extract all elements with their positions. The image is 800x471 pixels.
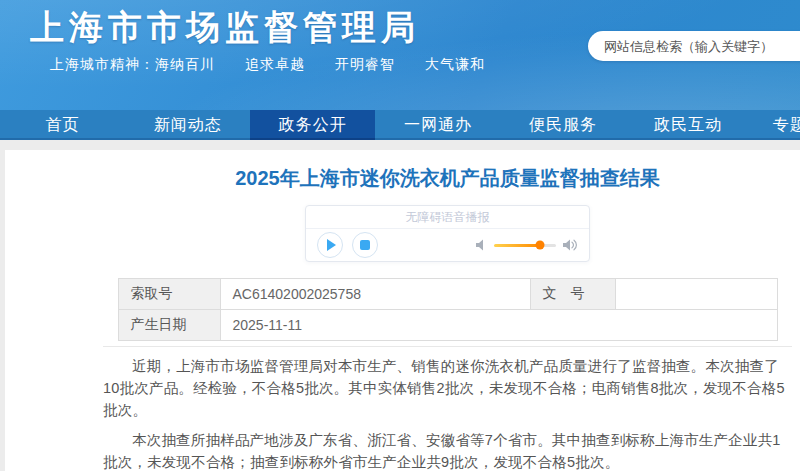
nav-item-interaction[interactable]: 政民互动 <box>626 110 751 140</box>
main-nav: 首页 新闻动态 政务公开 一网通办 便民服务 政民互动 专题 <box>0 110 800 140</box>
volume-control <box>476 239 578 251</box>
motto-part: 上海城市精神：海纳百川 <box>50 56 215 74</box>
play-icon <box>327 239 336 251</box>
site-search[interactable] <box>588 31 800 61</box>
stop-icon <box>360 240 370 250</box>
motto-part: 开明睿智 <box>335 56 395 74</box>
meta-doc-value <box>615 279 777 310</box>
search-input[interactable] <box>588 39 800 54</box>
section-divider <box>103 346 792 347</box>
article-body: 近期，上海市市场监督管理局对本市生产、销售的迷你洗衣机产品质量进行了监督抽查。本… <box>103 355 792 471</box>
motto-part: 大气谦和 <box>425 56 485 74</box>
volume-slider-thumb[interactable] <box>535 241 544 250</box>
site-title: 上海市市场监督管理局 <box>30 5 420 51</box>
table-row: 索取号 AC61402002025758 文 号 <box>118 279 777 310</box>
nav-item-home[interactable]: 首页 <box>0 110 125 140</box>
article-paragraph: 本次抽查所抽样品产地涉及广东省、浙江省、安徽省等7个省市。其中抽查到标称上海市生… <box>103 429 792 471</box>
nav-item-news[interactable]: 新闻动态 <box>125 110 250 140</box>
volume-slider[interactable] <box>494 244 556 247</box>
table-row: 产生日期 2025-11-11 <box>118 310 777 341</box>
nav-item-one-stop[interactable]: 一网通办 <box>375 110 500 140</box>
site-header: 上海市市场监督管理局 上海城市精神：海纳百川 追求卓越 开明睿智 大气谦和 <box>0 0 800 110</box>
meta-doc-label: 文 号 <box>530 279 615 310</box>
city-motto: 上海城市精神：海纳百川 追求卓越 开明睿智 大气谦和 <box>50 56 485 74</box>
meta-date-value: 2025-11-11 <box>220 310 777 341</box>
play-button[interactable] <box>317 232 343 258</box>
audio-player-label: 无障碍语音播报 <box>306 206 589 229</box>
volume-low-icon <box>476 239 487 251</box>
document-meta-table: 索取号 AC61402002025758 文 号 产生日期 2025-11-11 <box>118 278 778 341</box>
meta-index-value: AC61402002025758 <box>220 279 530 310</box>
nav-item-gov-disclosure[interactable]: 政务公开 <box>250 110 375 140</box>
nav-item-public-service[interactable]: 便民服务 <box>501 110 626 140</box>
stop-button[interactable] <box>352 232 378 258</box>
article-paragraph: 近期，上海市市场监督管理局对本市生产、销售的迷你洗衣机产品质量进行了监督抽查。本… <box>103 355 792 421</box>
meta-index-label: 索取号 <box>118 279 220 310</box>
nav-item-topics[interactable]: 专题 <box>751 110 800 140</box>
meta-date-label: 产生日期 <box>118 310 220 341</box>
page-title: 2025年上海市迷你洗衣机产品质量监督抽查结果 <box>103 163 792 193</box>
accessibility-audio-player: 无障碍语音播报 <box>305 205 590 262</box>
content-card: 2025年上海市迷你洗衣机产品质量监督抽查结果 无障碍语音播报 <box>5 150 800 471</box>
motto-part: 追求卓越 <box>245 56 305 74</box>
volume-high-icon <box>563 239 578 251</box>
